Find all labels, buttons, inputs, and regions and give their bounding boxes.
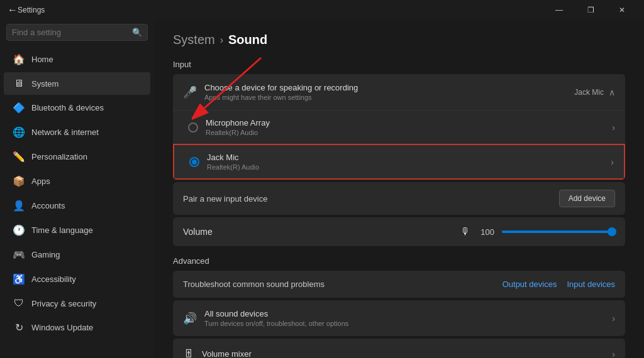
volume-label: Volume [183,227,453,237]
time-icon: 🕐 [13,224,25,236]
search-icon: 🔍 [132,28,142,37]
breadcrumb-chevron-icon: › [220,35,223,46]
jack-mic-sub: Realtek(R) Audio [207,163,603,171]
sidebar-item-label: Personalization [31,152,87,161]
all-sound-devices-card: 🔊 All sound devices Turn devices on/off,… [173,300,625,336]
titlebar-controls: — ❐ ✕ [545,0,636,20]
chevron-right-icon: › [611,157,614,167]
sidebar-item-label: Accounts [31,201,65,210]
sidebar-item-label: Home [31,55,53,64]
app-body: 🔍 🏠 Home 🖥 System 🔷 Bluetooth & devices … [0,20,644,358]
volume-slider[interactable] [502,231,615,233]
accounts-icon: 👤 [13,200,25,212]
input-section-title: Input [173,60,625,69]
sidebar-item-label: Network & internet [31,127,99,137]
apps-icon: 📦 [13,175,25,187]
sidebar-item-label: Apps [31,176,50,186]
pair-label: Pair a new input device [183,194,267,203]
sound-devices-icon: 🔊 [183,312,197,325]
microphone-array-item[interactable]: Microphone Array Realtek(R) Audio › [173,110,625,144]
breadcrumb-system: System [173,33,215,47]
personalization-icon: ✏️ [13,151,25,163]
sidebar-item-system[interactable]: 🖥 System [4,72,150,95]
home-icon: 🏠 [13,53,25,65]
sidebar-item-accounts[interactable]: 👤 Accounts [4,194,150,217]
troubleshoot-label: Troubleshoot common sound problems [183,279,325,289]
sidebar-item-personalization[interactable]: ✏️ Personalization [4,145,150,168]
microphone-array-label: Microphone Array [206,118,604,127]
radio-jack-mic[interactable] [189,157,199,167]
sidebar-item-windows-update[interactable]: ↻ Windows Update [4,316,150,339]
sidebar-item-label: Privacy & security [31,299,96,308]
jack-mic-text: Jack Mic Realtek(R) Audio [207,153,603,171]
gaming-icon: 🎮 [13,249,25,261]
slider-thumb[interactable] [608,227,616,236]
input-device-right: Jack Mic ∧ [574,87,615,97]
sidebar-item-label: Windows Update [31,323,93,332]
radio-microphone-array[interactable] [188,122,198,133]
pair-device-row: Pair a new input device Add device [173,182,625,215]
titlebar: ← Settings — ❐ ✕ [0,0,644,20]
slider-fill [502,231,615,233]
sidebar-item-accessibility[interactable]: ♿ Accessibility [4,268,150,291]
all-sound-devices-header[interactable]: 🔊 All sound devices Turn devices on/off,… [173,300,625,336]
output-devices-link[interactable]: Output devices [502,279,557,289]
search-box[interactable]: 🔍 [6,24,148,41]
volume-mixer-header[interactable]: 🎚 Volume mixer › [173,339,625,358]
troubleshoot-row: Troubleshoot common sound problems Outpu… [173,271,625,298]
sidebar-item-bluetooth[interactable]: 🔷 Bluetooth & devices [4,96,150,119]
volume-value: 100 [480,227,494,237]
advanced-section-title: Advanced [173,256,625,266]
selected-device-label: Jack Mic [574,88,604,97]
back-arrow-icon[interactable]: ← [8,4,18,16]
input-device-text: Choose a device for speaking or recordin… [204,83,567,101]
update-icon: ↻ [13,322,25,334]
main-wrapper: System › Sound Input 🎤 Choose a device f… [154,20,644,358]
sidebar-item-apps[interactable]: 📦 Apps [4,170,150,193]
privacy-icon: 🛡 [13,298,25,309]
sidebar: 🔍 🏠 Home 🖥 System 🔷 Bluetooth & devices … [0,20,154,358]
sidebar-item-network[interactable]: 🌐 Network & internet [4,121,150,144]
chevron-right-icon: › [612,313,615,323]
expand-chevron-icon: ∧ [609,87,615,97]
minimize-button[interactable]: — [545,0,574,20]
mixer-icon: 🎚 [183,347,194,358]
volume-icon: 🎙 [460,226,470,237]
volume-mixer-text: Volume mixer [202,349,604,358]
breadcrumb-current: Sound [228,33,267,47]
main-content: System › Sound Input 🎤 Choose a device f… [154,20,644,358]
sidebar-item-time[interactable]: 🕐 Time & language [4,219,150,242]
input-device-header[interactable]: 🎤 Choose a device for speaking or record… [173,74,625,110]
chevron-right-icon: › [612,122,615,133]
sidebar-item-label: Accessibility [31,274,76,284]
all-sound-devices-sub: Turn devices on/off, troubleshoot, other… [204,320,604,327]
all-sound-devices-label: All sound devices [204,309,604,318]
jack-mic-item[interactable]: Jack Mic Realtek(R) Audio › [173,144,625,180]
network-icon: 🌐 [13,126,25,138]
microphone-icon: 🎤 [183,85,197,99]
volume-mixer-card: 🎚 Volume mixer › [173,339,625,358]
sidebar-item-home[interactable]: 🏠 Home [4,48,150,71]
sidebar-item-privacy[interactable]: 🛡 Privacy & security [4,292,150,315]
breadcrumb: System › Sound [173,33,625,47]
input-devices-link[interactable]: Input devices [567,279,615,289]
microphone-array-text: Microphone Array Realtek(R) Audio [206,118,604,136]
sidebar-item-label: Gaming [31,250,60,259]
input-device-sub: Apps might have their own settings [204,94,567,101]
chevron-right-icon: › [612,349,615,359]
titlebar-title: Settings [18,6,545,14]
sidebar-item-gaming[interactable]: 🎮 Gaming [4,243,150,266]
maximize-button[interactable]: ❐ [576,0,605,20]
sidebar-item-label: System [31,79,58,89]
input-card: 🎤 Choose a device for speaking or record… [173,74,625,180]
volume-mixer-label: Volume mixer [202,349,604,358]
bluetooth-icon: 🔷 [13,102,25,114]
add-device-button[interactable]: Add device [559,190,615,207]
microphone-array-sub: Realtek(R) Audio [206,129,604,136]
close-button[interactable]: ✕ [608,0,636,20]
search-input[interactable] [12,28,128,37]
input-device-main: Choose a device for speaking or recordin… [204,83,567,92]
system-icon: 🖥 [13,78,25,89]
jack-mic-label: Jack Mic [207,153,603,162]
volume-row: Volume 🎙 100 [173,217,625,246]
